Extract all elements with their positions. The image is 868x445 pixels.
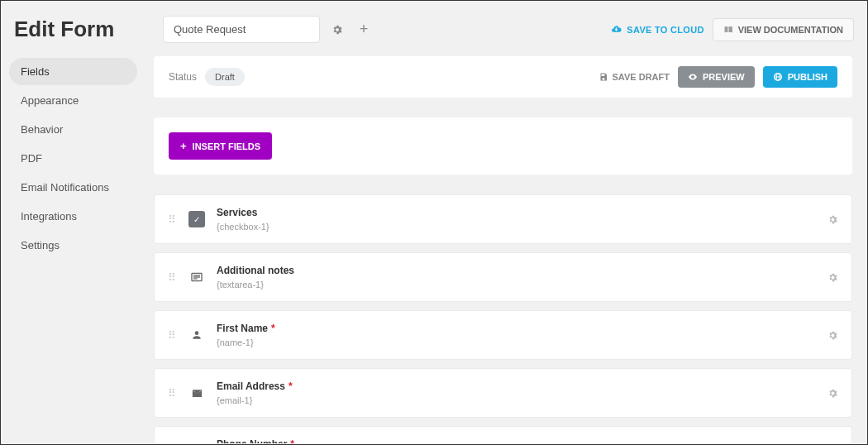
insert-fields-label: INSERT FIELDS xyxy=(193,141,261,151)
status-actions: SAVE DRAFT PREVIEW PUBLISH xyxy=(599,66,837,88)
sidebar-item-email-notifications[interactable]: Email Notifications xyxy=(9,174,137,201)
drag-handle-icon[interactable]: ⠿ xyxy=(168,275,177,280)
field-list: ⠿ ✓ Services {checkbox-1} ⠿ xyxy=(154,194,852,443)
publish-button[interactable]: PUBLISH xyxy=(763,66,837,88)
save-to-cloud-button[interactable]: SAVE TO CLOUD xyxy=(611,24,703,35)
field-text: Additional notes {textarea-1} xyxy=(217,265,816,289)
main: Status Draft SAVE DRAFT PREVIEW xyxy=(145,51,867,443)
eye-icon xyxy=(688,72,698,82)
field-text: Services {checkbox-1} xyxy=(217,207,816,232)
field-label: Additional notes xyxy=(217,265,294,276)
publish-label: PUBLISH xyxy=(788,72,827,82)
status-badge: Draft xyxy=(205,68,245,86)
book-icon xyxy=(723,25,733,35)
field-slug: {textarea-1} xyxy=(217,280,816,289)
globe-icon xyxy=(773,72,783,82)
cloud-upload-icon xyxy=(611,24,622,35)
drag-handle-icon[interactable]: ⠿ xyxy=(168,218,177,222)
save-draft-label: SAVE DRAFT xyxy=(613,72,670,82)
save-to-cloud-label: SAVE TO CLOUD xyxy=(627,25,703,35)
field-slug: {checkbox-1} xyxy=(217,222,816,232)
status-bar: Status Draft SAVE DRAFT PREVIEW xyxy=(154,56,852,98)
drag-handle-icon[interactable]: ⠿ xyxy=(168,391,177,395)
insert-panel: + INSERT FIELDS xyxy=(154,117,852,175)
sidebar-item-behavior[interactable]: Behavior xyxy=(9,116,137,143)
status-label: Status xyxy=(169,71,197,83)
field-slug: {email-1} xyxy=(217,395,816,405)
field-row[interactable]: ⠿ ✓ Services {checkbox-1} xyxy=(154,194,852,244)
plus-icon: + xyxy=(180,140,187,152)
mail-icon xyxy=(188,385,205,401)
page-title: Edit Form xyxy=(14,17,122,42)
insert-fields-button[interactable]: + INSERT FIELDS xyxy=(169,132,272,160)
sidebar-item-integrations[interactable]: Integrations xyxy=(9,203,137,230)
app-frame: Edit Form + SAVE TO CLOUD VIEW DOCUMENTA… xyxy=(0,0,868,445)
field-row[interactable]: ⠿ First Name* {name-1} xyxy=(154,310,852,360)
save-draft-button[interactable]: SAVE DRAFT xyxy=(599,72,670,82)
field-label: First Name xyxy=(217,323,268,334)
view-documentation-label: VIEW DOCUMENTATION xyxy=(738,25,843,35)
field-label: Email Address xyxy=(217,380,285,392)
field-text: Phone Number* {phone-1} xyxy=(217,438,816,443)
sidebar-item-pdf[interactable]: PDF xyxy=(9,145,137,172)
required-indicator: * xyxy=(289,380,293,392)
body: Fields Appearance Behavior PDF Email Not… xyxy=(1,51,867,443)
sidebar-item-appearance[interactable]: Appearance xyxy=(9,87,137,114)
required-indicator: * xyxy=(290,438,294,443)
save-icon xyxy=(599,72,608,82)
topbar: Edit Form + SAVE TO CLOUD VIEW DOCUMENTA… xyxy=(1,1,867,51)
plus-icon[interactable]: + xyxy=(355,21,373,39)
textarea-icon xyxy=(188,269,205,285)
view-documentation-button[interactable]: VIEW DOCUMENTATION xyxy=(713,18,854,41)
field-label: Services xyxy=(217,207,257,218)
sidebar: Fields Appearance Behavior PDF Email Not… xyxy=(1,51,145,443)
preview-label: PREVIEW xyxy=(703,72,745,82)
field-row[interactable]: ⠿ Additional notes {textarea-1} xyxy=(154,252,852,302)
field-label: Phone Number xyxy=(217,438,287,443)
gear-icon[interactable] xyxy=(328,21,346,39)
gear-icon[interactable] xyxy=(827,388,838,399)
drag-handle-icon[interactable]: ⠿ xyxy=(168,333,177,337)
required-indicator: * xyxy=(271,323,275,334)
gear-icon[interactable] xyxy=(827,272,838,283)
field-row[interactable]: ⠿ Email Address* {email-1} xyxy=(154,368,852,418)
checkbox-icon: ✓ xyxy=(188,211,205,227)
sidebar-item-fields[interactable]: Fields xyxy=(9,58,137,85)
field-text: First Name* {name-1} xyxy=(217,323,816,347)
gear-icon[interactable] xyxy=(827,214,838,225)
form-name-input[interactable] xyxy=(163,16,320,43)
field-text: Email Address* {email-1} xyxy=(217,380,816,405)
gear-icon[interactable] xyxy=(827,330,838,341)
preview-button[interactable]: PREVIEW xyxy=(678,66,755,88)
sidebar-item-settings[interactable]: Settings xyxy=(9,232,137,259)
phone-icon xyxy=(188,443,205,443)
field-row[interactable]: ⠿ Phone Number* {phone-1} xyxy=(154,426,852,443)
field-slug: {name-1} xyxy=(217,337,816,347)
person-icon xyxy=(188,327,205,343)
topbar-right: SAVE TO CLOUD VIEW DOCUMENTATION xyxy=(611,18,854,41)
